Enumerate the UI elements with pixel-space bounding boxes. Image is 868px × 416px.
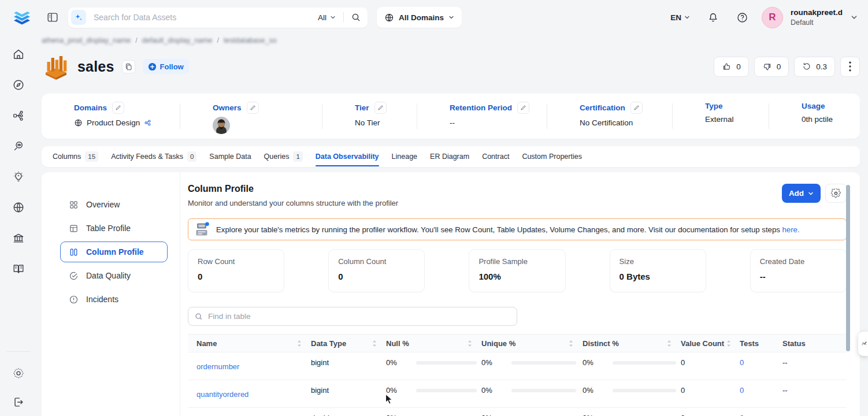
tab-contract[interactable]: Contract [482,146,509,167]
nav-incidents[interactable]: Incidents [60,289,168,310]
owner-avatar[interactable] [213,117,230,134]
search-icon[interactable] [351,13,361,22]
logout-icon[interactable] [0,388,37,416]
column-name-link[interactable] [188,408,306,416]
tab-count-badge: 0 [187,151,196,162]
globe-icon [384,13,394,23]
table-row[interactable]: ordernumber bigint 0% 0% 0% 0 0 -- [188,352,847,380]
tab-activity-feeds[interactable]: Activity Feeds & Tasks0 [111,146,196,167]
nav-column-profile[interactable]: Column Profile [60,242,168,262]
progress-bar [416,361,477,365]
tab-lineage[interactable]: Lineage [392,146,418,167]
explore-compass-icon[interactable] [0,69,37,100]
sort-icon[interactable] [295,340,302,347]
add-button[interactable]: Add [782,184,821,203]
meta-usage: Usage 0th pctile [769,94,860,139]
all-domains-dropdown[interactable]: All Domains [377,7,462,28]
sort-icon[interactable] [724,340,731,347]
tab-custom-properties[interactable]: Custom Properties [522,146,582,167]
panel-subtitle: Monitor and understand your columns stru… [188,199,398,207]
edit-tier-button[interactable] [374,102,387,114]
user-menu[interactable]: rounakpreet.d Default [791,8,843,27]
copy-icon[interactable] [122,60,135,73]
tests-link[interactable]: 0 [734,352,774,367]
sidebar-toggle-icon[interactable] [46,11,59,24]
insights-bulb-icon[interactable] [0,161,37,192]
tab-sample-data[interactable]: Sample Data [209,146,251,167]
edit-pencil-icon [115,105,121,111]
sort-icon[interactable] [566,340,573,347]
user-name: rounakpreet.d [791,8,843,18]
tab-columns[interactable]: Columns15 [53,146,98,167]
sort-icon[interactable] [465,340,472,347]
edit-retention-button[interactable] [517,102,529,114]
find-in-table[interactable] [188,307,517,326]
edit-pencil-icon [377,105,384,111]
notifications-bell-icon[interactable] [707,12,719,23]
global-search[interactable]: All [68,8,368,28]
help-icon[interactable] [736,12,748,24]
settings-gear-icon[interactable] [0,358,37,388]
tab-er-diagram[interactable]: ER Diagram [430,146,469,167]
user-avatar[interactable]: R [762,7,783,28]
domains-globe-icon[interactable] [0,192,37,222]
tests-link[interactable]: 0 [734,408,774,416]
table-row[interactable]: quantityordered bigint 0% 0% 0% 0 0 -- [188,380,847,408]
chevron-down-icon[interactable] [851,14,858,21]
language-dropdown[interactable]: EN [670,13,690,22]
tier-value: No Tier [355,118,380,127]
breadcrumb-segment[interactable]: testdatabase_so [224,36,277,44]
stat-row-count: Row Count 0 [188,249,284,292]
kebab-menu-icon [849,61,851,72]
meta-type: Type External [673,94,769,139]
table-row[interactable]: double 0% 0% 0% 0 0 -- [188,408,847,416]
type-value: External [705,115,734,124]
observability-search-icon[interactable] [0,131,37,161]
glossary-book-icon[interactable] [0,253,37,284]
meta-tier: Tier No Tier [322,94,417,139]
follow-button[interactable]: Follow [143,59,189,74]
search-input[interactable] [94,13,318,22]
nav-data-quality[interactable]: Data Quality [60,265,168,286]
feedback-widget-tab[interactable] [858,332,868,356]
column-name-link[interactable]: quantityordered [188,380,306,399]
tab-queries[interactable]: Queries1 [264,146,303,167]
app-logo-icon[interactable] [12,7,32,28]
column-name-link[interactable]: ordernumber [188,352,306,371]
governance-bank-icon[interactable] [0,222,37,253]
stat-size: Size 0 Bytes [610,249,706,292]
upvote-count: 0 [736,62,741,71]
mouse-cursor [385,393,396,405]
search-scope-dropdown[interactable]: All [318,13,336,22]
home-icon[interactable] [0,39,37,69]
version-button[interactable]: 0.3 [794,57,835,77]
breadcrumb-segment[interactable]: athena_prod_display_name [42,36,131,44]
more-menu-button[interactable] [840,57,860,77]
meta-owners: Owners [180,94,322,139]
profiler-settings-button[interactable] [825,184,847,203]
column-type: double [306,408,381,416]
meta-label: Type [705,102,723,110]
sort-icon[interactable] [665,340,672,347]
sort-icon[interactable] [370,340,377,347]
banner-docs-link[interactable]: here. [782,225,800,234]
find-in-table-input[interactable] [208,312,510,321]
tests-link[interactable]: 0 [734,380,774,395]
nav-overview[interactable]: Overview [60,194,168,215]
domain-value[interactable]: Product Design [87,118,140,127]
progress-bar [613,361,676,365]
scrollbar-thumb[interactable] [846,185,850,351]
nav-table-profile[interactable]: Table Profile [60,218,168,239]
link-icon[interactable] [144,119,151,127]
ai-sparkle-icon[interactable] [71,10,86,25]
downvote-button[interactable]: 0 [754,57,789,77]
breadcrumb-separator: / [135,36,137,44]
edit-domains-button[interactable] [112,102,124,114]
breadcrumb[interactable]: athena_prod_display_name / default_displ… [42,36,860,44]
edit-certification-button[interactable] [630,102,643,114]
lineage-icon[interactable] [0,100,37,131]
breadcrumb-segment[interactable]: default_display_name [142,36,213,44]
tab-data-observability[interactable]: Data Observability [316,146,379,167]
upvote-button[interactable]: 0 [714,57,749,77]
edit-owners-button[interactable] [247,102,259,114]
